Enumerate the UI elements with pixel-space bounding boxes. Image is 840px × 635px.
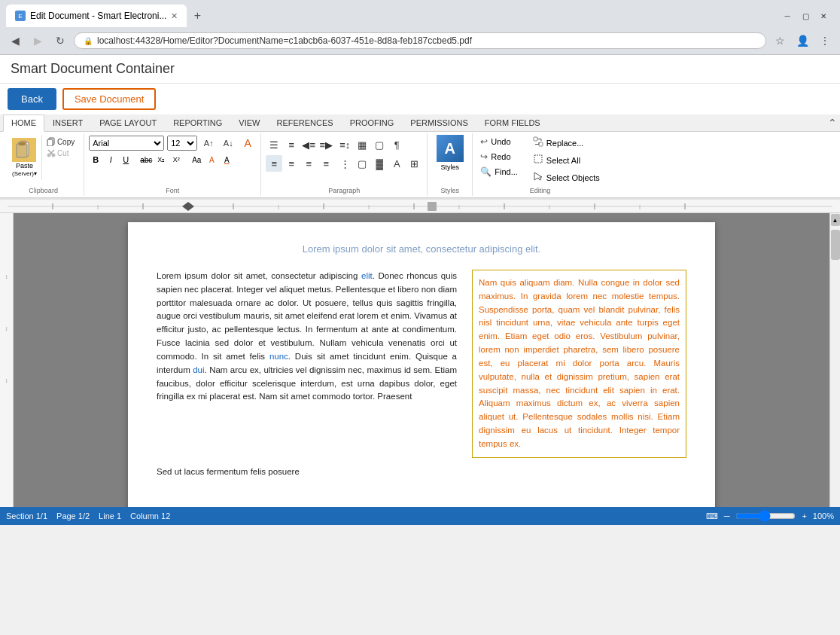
font-family-select[interactable]: Arial Calibri Times New Roman	[89, 136, 164, 151]
svg-marker-28	[182, 206, 194, 211]
save-document-button[interactable]: Save Document	[62, 88, 157, 110]
close-window-button[interactable]: ✕	[816, 8, 831, 23]
multi-col-button[interactable]: ⋮	[336, 155, 353, 172]
scrollbar-up-button[interactable]: ▲	[831, 214, 840, 226]
select-all-svg-icon	[533, 154, 543, 164]
cut-button[interactable]: Cut	[45, 148, 76, 158]
border-button[interactable]: ▢	[371, 136, 388, 153]
tab-close-button[interactable]: ✕	[171, 11, 178, 21]
align-left-button[interactable]: ≡	[266, 155, 282, 172]
svg-rect-3	[19, 142, 25, 145]
extra-para-button[interactable]: ⊞	[406, 155, 422, 172]
superscript-button[interactable]: X²	[169, 153, 183, 166]
replace-label: Replace...	[546, 139, 584, 148]
browser-tab[interactable]: E Edit Document - Smart Electroni... ✕	[6, 5, 187, 27]
address-box[interactable]: 🔒 localhost:44328/Home/Editor?DocumentNa…	[74, 32, 766, 49]
text-highlight-button[interactable]: A	[205, 153, 218, 166]
find-icon: 🔍	[480, 166, 492, 177]
undo-icon: ↩	[480, 136, 488, 147]
minimize-button[interactable]: ─	[780, 8, 795, 23]
svg-rect-8	[534, 137, 537, 141]
grow-font-button[interactable]: A↑	[200, 135, 217, 151]
paste-icon	[12, 138, 36, 162]
line-spacing-button[interactable]: ≡↕	[336, 136, 353, 153]
replace-button[interactable]: Replace...	[530, 135, 603, 151]
undo-button[interactable]: ↩ Undo	[477, 135, 521, 148]
ribbon-collapse-icon[interactable]: ⌃	[828, 117, 837, 129]
ribbon-tabs: HOME INSERT PAGE LAYOUT REPORTING VIEW R…	[0, 114, 840, 132]
status-bar: Section 1/1 Page 1/2 Line 1 Column 12 ⌨ …	[0, 507, 840, 525]
shrink-font-button[interactable]: A↓	[220, 135, 236, 151]
vertical-scrollbar[interactable]: ▲	[829, 213, 840, 507]
select-objects-label: Select Objects	[546, 173, 600, 182]
subscript-button[interactable]: X₂	[154, 153, 168, 166]
maximize-button[interactable]: ▢	[798, 8, 813, 23]
window-controls: ─ ▢ ✕	[780, 8, 831, 23]
forward-nav-button[interactable]: ▶	[29, 32, 47, 50]
tab-proofing[interactable]: PROOFING	[342, 114, 403, 131]
select-all-button[interactable]: Select All	[530, 152, 603, 168]
fill-color-button[interactable]: ▓	[371, 155, 388, 172]
copy-button[interactable]: Copy	[45, 136, 76, 147]
align-right-button[interactable]: ≡	[300, 155, 317, 172]
tab-home[interactable]: HOME	[3, 114, 44, 132]
bookmark-button[interactable]: ☆	[771, 32, 789, 50]
show-para-button[interactable]: ¶	[388, 136, 405, 153]
numbered-list-button[interactable]: ≡	[283, 136, 300, 153]
paste-button[interactable]: Paste(Server)▾	[8, 135, 42, 180]
zoom-in-button[interactable]: +	[802, 511, 806, 521]
tab-permissions[interactable]: PERMISSIONS	[402, 114, 476, 131]
doc-col-left: Lorem ipsum dolor sit amet, consectetur …	[157, 270, 457, 458]
zoom-out-button[interactable]: ─	[724, 511, 730, 521]
doc-heading: Lorem ipsum dolor sit amet, consectetur …	[157, 243, 686, 255]
svg-rect-5	[47, 139, 53, 146]
align-center-button[interactable]: ≡	[283, 155, 300, 172]
indent-less-button[interactable]: ◀≡	[300, 136, 317, 153]
underline-button[interactable]: U	[119, 153, 132, 166]
strikethrough-button[interactable]: abc	[139, 153, 153, 166]
font-color2-button[interactable]: A	[388, 155, 405, 172]
tab-references[interactable]: REFERENCES	[268, 114, 341, 131]
select-objects-icon	[533, 171, 543, 184]
editing-group-content: ↩ Undo ↪ Redo 🔍 Find...	[477, 135, 603, 185]
case-button[interactable]: Aa	[190, 153, 203, 166]
tab-insert[interactable]: INSERT	[44, 114, 91, 131]
clipboard-group: Paste(Server)▾ Copy Cut	[3, 133, 84, 196]
document-area[interactable]: Lorem ipsum dolor sit amet, consectetur …	[14, 213, 829, 507]
select-objects-button[interactable]: Select Objects	[530, 169, 603, 185]
app-content: Smart Document Container Back Save Docum…	[0, 55, 840, 525]
margin-mark2: ↕	[5, 325, 8, 332]
profile-button[interactable]: 👤	[793, 32, 811, 50]
redo-button[interactable]: ↪ Redo	[477, 150, 521, 163]
italic-button[interactable]: I	[104, 153, 117, 166]
clipboard-right-actions: Copy Cut	[42, 135, 79, 160]
para-group-content: ☰ ≡ ◀≡ ≡▶ ≡↕ ▦ ▢ ¶ ≡	[266, 135, 422, 185]
svg-rect-9	[539, 142, 543, 146]
back-button[interactable]: Back	[8, 88, 56, 110]
zoom-slider[interactable]	[735, 510, 796, 522]
zoom-level: 100%	[813, 511, 834, 521]
tab-reporting[interactable]: REPORTING	[165, 114, 230, 131]
toolbar-area: Back Save Document HOME INSERT PAGE LAYO…	[0, 84, 840, 200]
indent-more-button[interactable]: ≡▶	[318, 136, 334, 153]
tab-favicon: E	[15, 11, 26, 21]
font-color-button[interactable]: A	[220, 153, 233, 166]
tab-page-layout[interactable]: PAGE LAYOUT	[91, 114, 165, 131]
find-button[interactable]: 🔍 Find...	[477, 165, 521, 179]
font-size-select[interactable]: 12 10 14	[167, 136, 197, 151]
scrollbar-thumb[interactable]	[831, 230, 840, 260]
tab-form-fields[interactable]: FORM FIELDS	[476, 114, 549, 131]
bold-button[interactable]: B	[89, 153, 102, 166]
align-justify-button[interactable]: ≡	[318, 155, 334, 172]
back-nav-button[interactable]: ◀	[6, 32, 24, 50]
browser-tab-bar: E Edit Document - Smart Electroni... ✕ +…	[0, 0, 840, 27]
new-tab-button[interactable]: +	[187, 5, 208, 26]
menu-button[interactable]: ⋮	[816, 32, 834, 50]
bullet-list-button[interactable]: ☰	[266, 136, 282, 153]
tab-view[interactable]: VIEW	[230, 114, 268, 131]
shading-button[interactable]: ▦	[354, 136, 370, 153]
clear-format-button[interactable]: A	[239, 135, 256, 151]
refresh-button[interactable]: ↻	[51, 32, 69, 50]
border-style-button[interactable]: ▢	[354, 155, 370, 172]
styles-button[interactable]: A Styles	[437, 135, 464, 171]
